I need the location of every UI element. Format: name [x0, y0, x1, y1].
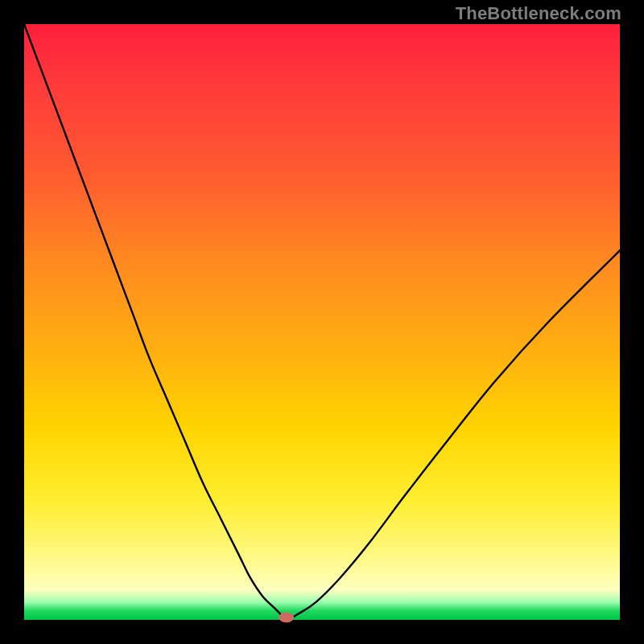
watermark-text: TheBottleneck.com — [456, 3, 621, 24]
curve-svg — [24, 24, 620, 620]
bottleneck-curve — [24, 24, 620, 620]
plot-area — [24, 24, 620, 620]
chart-frame: TheBottleneck.com — [0, 0, 644, 644]
optimum-marker — [279, 613, 294, 622]
